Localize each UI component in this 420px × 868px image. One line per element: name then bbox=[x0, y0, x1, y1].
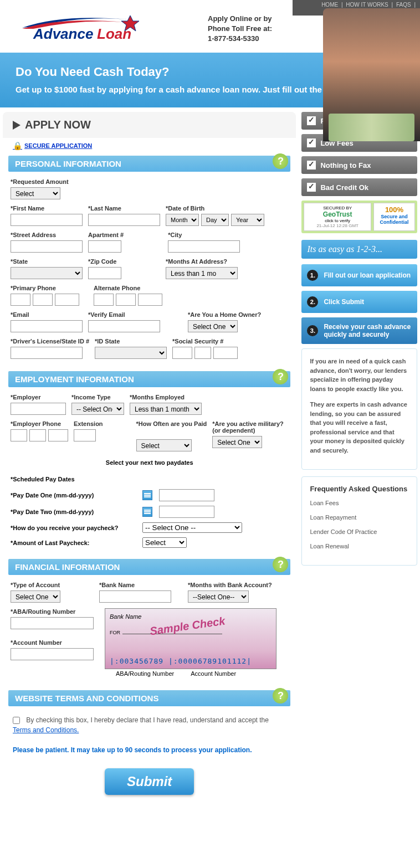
military-select[interactable]: Select One bbox=[212, 436, 262, 448]
months-bank-select[interactable]: --Select One-- bbox=[188, 590, 249, 603]
check-icon bbox=[307, 116, 316, 125]
check-icon bbox=[307, 161, 316, 170]
faq-link-renewal[interactable]: Loan Renewal bbox=[310, 543, 409, 549]
trust-badges: SECURED BY GeoTrust click to verify 21-J… bbox=[301, 201, 417, 233]
dob-month-select[interactable]: Month bbox=[166, 214, 199, 226]
employer-phone-input[interactable] bbox=[11, 429, 68, 441]
city-input[interactable] bbox=[168, 240, 240, 253]
patience-message: Please be patient. It may take up to 90 … bbox=[3, 742, 296, 758]
terms-link[interactable]: Terms and Conditions. bbox=[13, 726, 79, 734]
homeowner-select[interactable]: Select One bbox=[188, 320, 238, 332]
step-2: 2.Click Submit bbox=[301, 291, 417, 313]
income-type-select[interactable]: -- Select One bbox=[71, 403, 124, 415]
check-icon bbox=[307, 183, 316, 192]
account-number-input[interactable] bbox=[11, 648, 94, 660]
last-paycheck-select[interactable]: Select bbox=[142, 537, 187, 548]
primary-phone-input[interactable] bbox=[11, 294, 79, 306]
submit-button[interactable]: Submit bbox=[105, 768, 194, 795]
section-financial: FINANCIAL INFORMATION? bbox=[8, 559, 290, 575]
step-3: 3.Receive your cash advance quickly and … bbox=[301, 317, 417, 344]
apply-now-heading: APPLY NOW bbox=[13, 119, 286, 131]
dob-day-select[interactable]: Day bbox=[201, 214, 229, 226]
ssn-input[interactable] bbox=[172, 347, 238, 359]
last-name-input[interactable] bbox=[88, 214, 160, 226]
help-icon[interactable]: ? bbox=[273, 153, 288, 169]
check-icon bbox=[307, 138, 316, 147]
nav-faqs[interactable]: FAQS bbox=[396, 2, 411, 8]
faq-link-repayment[interactable]: Loan Repayment bbox=[310, 514, 409, 521]
state-select[interactable] bbox=[11, 267, 83, 279]
dob-year-select[interactable]: Year bbox=[231, 214, 264, 226]
id-state-select[interactable] bbox=[95, 347, 167, 359]
paydate1-input[interactable] bbox=[159, 489, 214, 501]
svg-text:Loan: Loan bbox=[97, 25, 131, 42]
first-name-input[interactable] bbox=[11, 214, 83, 226]
months-employed-select[interactable]: Less than 1 month bbox=[130, 403, 202, 415]
arrow-right-icon bbox=[13, 121, 21, 130]
logo[interactable]: Advance Loan bbox=[0, 6, 155, 53]
extension-input[interactable] bbox=[74, 429, 96, 441]
calendar-icon[interactable] bbox=[142, 507, 152, 517]
license-input[interactable] bbox=[11, 347, 83, 359]
lock-icon: 🔒 bbox=[13, 141, 22, 150]
hero-image bbox=[323, 8, 420, 141]
faq-link-practice[interactable]: Lender Code Of Practice bbox=[310, 528, 409, 535]
secure-badge: 100% Secure and Confidential bbox=[373, 203, 415, 231]
section-employment: EMPLOYMENT INFORMATION? bbox=[8, 371, 290, 387]
nav-how[interactable]: HOW IT WORKS bbox=[346, 2, 388, 8]
bank-name-input[interactable] bbox=[99, 590, 171, 603]
paydate2-input[interactable] bbox=[159, 506, 214, 518]
account-type-select[interactable]: Select One bbox=[11, 590, 60, 603]
nav-home[interactable]: HOME bbox=[321, 2, 338, 8]
feature-bad-credit: Bad Credit Ok bbox=[301, 178, 417, 196]
phone-info: Apply Online or by Phone Toll Free at: 1… bbox=[155, 6, 272, 53]
faq-link-fees[interactable]: Loan Fees bbox=[310, 500, 409, 506]
info-box: If you are in need of a quick cash advan… bbox=[301, 348, 417, 470]
verify-email-input[interactable] bbox=[88, 320, 160, 332]
email-input[interactable] bbox=[11, 320, 83, 332]
employer-input[interactable] bbox=[11, 403, 66, 415]
help-icon[interactable]: ? bbox=[273, 557, 288, 572]
months-address-select[interactable]: Less than 1 mo bbox=[166, 267, 238, 279]
step-1: 1.Fill out our loan application bbox=[301, 264, 417, 286]
zip-input[interactable] bbox=[88, 267, 121, 279]
street-input[interactable] bbox=[11, 240, 83, 253]
requested-amount-select[interactable]: Select bbox=[11, 187, 60, 199]
section-personal: PERSONAL INFORMATION? bbox=[8, 156, 290, 172]
receive-paycheck-select[interactable]: -- Select One -- bbox=[142, 522, 242, 533]
svg-text:Advance: Advance bbox=[33, 25, 93, 42]
secure-application-link[interactable]: 🔒 SECURE APPLICATION bbox=[3, 138, 296, 153]
geotrust-badge[interactable]: SECURED BY GeoTrust click to verify 21-J… bbox=[304, 203, 371, 231]
alt-phone-input[interactable] bbox=[94, 294, 162, 306]
routing-input[interactable] bbox=[11, 617, 94, 629]
apartment-input[interactable] bbox=[88, 240, 121, 253]
faq-box: Frequently Asked Questions Loan Fees Loa… bbox=[301, 476, 417, 566]
help-icon[interactable]: ? bbox=[273, 369, 288, 384]
terms-checkbox[interactable] bbox=[13, 717, 20, 724]
sample-check-image: Bank Name FOR Sample Check |:003456789 |… bbox=[105, 608, 276, 669]
feature-no-fax: Nothing to Fax bbox=[301, 156, 417, 174]
calendar-icon[interactable] bbox=[142, 490, 152, 500]
pay-frequency-select[interactable]: Select bbox=[136, 439, 192, 451]
help-icon[interactable]: ? bbox=[273, 688, 288, 703]
easy-heading: Its as easy as 1-2-3... bbox=[301, 240, 417, 259]
section-terms: WEBSITE TERMS AND CONDITIONS? bbox=[8, 690, 290, 706]
